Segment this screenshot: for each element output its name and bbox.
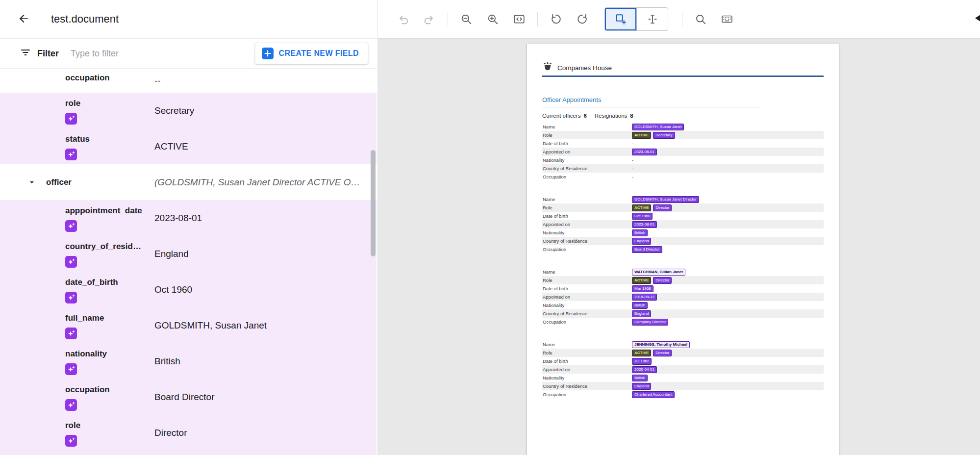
table-row: Occupation - (542, 173, 824, 181)
table-row: Role ACTIVEDirector (542, 276, 824, 284)
entity-chip[interactable]: ACTIVE (632, 204, 651, 211)
field-label: status (65, 134, 154, 144)
entity-chip[interactable]: British (632, 375, 648, 381)
filter-icon (20, 47, 31, 60)
entity-chip[interactable]: 2019-09-12 (632, 294, 657, 301)
field-label: date_of_birth (65, 278, 154, 287)
row-value-cell: ACTIVEDirector (632, 204, 824, 211)
field-value-cell: -- (154, 69, 377, 93)
field-value: Director (154, 428, 187, 438)
entity-chip[interactable]: British (632, 229, 648, 236)
code-view-button[interactable] (506, 6, 532, 32)
field-row[interactable]: country_of_resid… England (0, 236, 377, 272)
rotate-ccw-button[interactable] (543, 6, 569, 32)
field-label-column: officer (46, 164, 154, 200)
field-row[interactable]: apppointment_date 2023-08-01 (0, 200, 377, 236)
row-label: Role (542, 205, 632, 210)
row-value-cell: 2023-08-01 (632, 221, 824, 228)
entity-chip[interactable]: Director (653, 204, 672, 211)
entity-chip[interactable]: Jul 1962 (632, 358, 652, 365)
redo-button[interactable] (416, 6, 443, 32)
field-value-cell: British (154, 343, 377, 379)
zoom-out-button[interactable] (453, 6, 479, 32)
search-button[interactable] (687, 6, 714, 32)
officer-block: Name GOLDSMITH, Susan Janet Director Rol… (542, 195, 824, 253)
entity-chip[interactable]: England (632, 383, 651, 390)
entity-chip[interactable]: Director (653, 277, 672, 284)
entity-chip[interactable]: British (632, 302, 648, 309)
field-row[interactable]: status ACTIVE (0, 128, 377, 164)
field-label: nationality (65, 349, 154, 359)
page-title: test.document (51, 13, 119, 25)
table-row: Date of birth Jul 1962 (542, 357, 824, 365)
entity-chip[interactable]: England (632, 310, 651, 317)
entity-chip[interactable]: Mar 1958 (632, 285, 653, 292)
create-new-field-button[interactable]: CREATE NEW FIELD (255, 43, 368, 64)
field-row[interactable]: nationality British (0, 343, 377, 379)
row-label: Appointed on (542, 294, 632, 300)
entity-chip[interactable]: ACTIVE (632, 277, 651, 284)
field-row[interactable]: role Director (0, 415, 377, 451)
row-label: Name (542, 269, 632, 275)
entity-chip[interactable]: WATCHMAN, Gillian Janet (632, 269, 685, 276)
row-value-cell: JENNINGS, Timothy Michael (632, 341, 824, 348)
row-value-cell: - (632, 157, 824, 163)
sparkle-icon (65, 435, 77, 447)
toolbar-separator (537, 12, 538, 26)
field-value-cell: 2023-08-01 (154, 200, 377, 236)
text-select-button[interactable] (636, 8, 668, 30)
entity-chip[interactable]: ACTIVE (632, 132, 651, 139)
row-value-cell: - (632, 141, 824, 146)
entity-chip[interactable]: Oct 1960 (632, 213, 653, 220)
zoom-in-button[interactable] (479, 6, 506, 32)
entity-chip[interactable]: ACTIVE (632, 350, 651, 356)
entity-chip[interactable]: Chartered Accountant (632, 391, 675, 398)
entity-chip[interactable]: Secretary (653, 132, 675, 139)
row-label: Name (542, 124, 632, 129)
field-row[interactable]: occupation Board Director (0, 379, 377, 415)
partial-icon[interactable] (974, 11, 980, 25)
field-label: officer (46, 177, 154, 187)
entity-chip[interactable]: 2023-08-01 (632, 149, 657, 155)
field-label: role (65, 99, 154, 108)
entity-chip[interactable]: GOLDSMITH, Susan Janet Director (632, 196, 699, 203)
entity-chip[interactable]: England (632, 238, 651, 245)
entity-chip[interactable]: 2023-08-01 (632, 221, 657, 228)
row-label: Appointed on (542, 222, 632, 227)
entity-chip[interactable]: 2020-04-01 (632, 366, 657, 373)
row-label: Date of birth (542, 286, 632, 291)
row-plain-value: - (632, 174, 633, 179)
list-filler (0, 451, 377, 455)
field-row[interactable]: date_of_birth Oct 1960 (0, 272, 377, 307)
region-select-button[interactable] (605, 8, 636, 30)
document-viewer: Companies House Officer Appointments Cur… (378, 39, 980, 455)
entity-chip[interactable]: Company Director (632, 319, 668, 326)
rotate-cw-button[interactable] (569, 6, 596, 32)
field-label-column: nationality (65, 343, 154, 379)
field-label-column: role (65, 415, 154, 451)
undo-button[interactable] (390, 6, 416, 32)
table-row: Nationality - (542, 156, 824, 164)
section-divider (542, 107, 761, 107)
table-row: Occupation Board Director (542, 245, 824, 253)
chevron-down-icon[interactable] (25, 164, 38, 200)
field-label-column: apppointment_date (65, 200, 154, 236)
entity-chip[interactable]: Director (653, 350, 672, 356)
entity-chip[interactable]: GOLDSMITH, Susan Janet (632, 124, 684, 130)
shortcuts-keyboard-button[interactable] (714, 6, 740, 32)
field-row[interactable]: occupation -- (0, 69, 377, 93)
officer-block: Name GOLDSMITH, Susan Janet Role ACTIVES… (542, 123, 824, 181)
row-label: Occupation (542, 247, 632, 252)
field-row[interactable]: role Secretary (0, 93, 377, 128)
entity-chip[interactable]: Board Director (632, 246, 662, 253)
field-row[interactable]: full_name GOLDSMITH, Susan Janet (0, 307, 377, 343)
back-button[interactable] (14, 9, 33, 29)
scrollbar-thumb[interactable] (371, 150, 376, 256)
row-value-cell: GOLDSMITH, Susan Janet Director (632, 196, 824, 203)
entity-chip[interactable]: JENNINGS, Timothy Michael (632, 341, 690, 348)
field-row[interactable]: officer (GOLDSMITH, Susan Janet Director… (0, 164, 377, 200)
row-plain-value: - (632, 166, 633, 171)
row-value-cell: 2019-09-12 (632, 294, 824, 301)
sparkle-icon (65, 256, 77, 268)
filter-input[interactable] (71, 49, 255, 59)
